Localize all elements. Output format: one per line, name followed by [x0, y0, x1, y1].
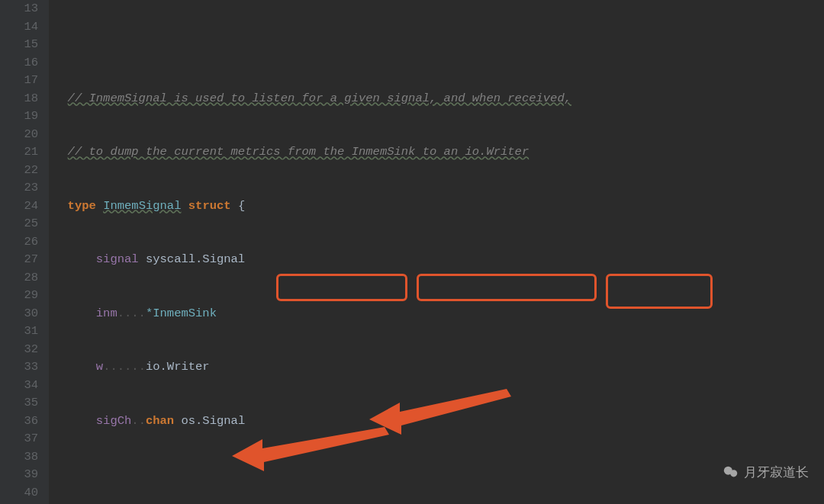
code-line: inm....*InmemSink [53, 305, 824, 323]
line-number: 25 [8, 215, 38, 233]
line-number: 35 [8, 394, 38, 413]
line-number: 16 [8, 54, 38, 72]
code-editor: 1314151617181920212223242526272829303132… [0, 0, 824, 504]
line-number: 24 [8, 197, 38, 216]
line-number: 20 [8, 126, 38, 144]
line-number-gutter: 1314151617181920212223242526272829303132… [0, 0, 49, 504]
line-number: 18 [8, 90, 38, 108]
line-number: 40 [8, 484, 38, 502]
line-number: 14 [8, 18, 38, 37]
line-number: 33 [8, 358, 38, 377]
line-number: 32 [8, 341, 38, 359]
line-number: 22 [8, 162, 38, 180]
line-number: 17 [8, 72, 38, 90]
line-number: 26 [8, 233, 38, 252]
code-line: sigCh..chan os.Signal [53, 413, 824, 431]
watermark-text: 月牙寂道长 [744, 464, 809, 482]
line-number: 27 [8, 251, 38, 269]
highlight-box [606, 274, 713, 309]
line-number: 38 [8, 448, 38, 467]
highlight-box [276, 274, 407, 301]
code-area: // InmemSignal is used to listen for a g… [49, 0, 824, 504]
line-number: 37 [8, 430, 38, 448]
line-number: 36 [8, 413, 38, 431]
line-number: 23 [8, 179, 38, 197]
line-number: 39 [8, 466, 38, 484]
code-line [53, 466, 824, 484]
code-line: // InmemSignal is used to listen for a g… [53, 90, 824, 108]
code-line [53, 36, 824, 54]
line-number: 13 [8, 0, 38, 18]
wechat-icon [723, 464, 739, 480]
line-number: 15 [8, 36, 38, 54]
code-line: // to dump the current metrics from the … [53, 143, 824, 162]
code-line: type InmemSignal struct { [53, 197, 824, 216]
line-number: 30 [8, 305, 38, 323]
highlight-box [417, 274, 597, 301]
line-number: 31 [8, 323, 38, 341]
watermark: 月牙寂道长 [723, 464, 809, 482]
line-number: 34 [8, 377, 38, 395]
code-line: w......io.Writer [53, 358, 824, 377]
line-number: 29 [8, 287, 38, 305]
svg-marker-1 [232, 427, 389, 471]
svg-point-3 [730, 470, 737, 477]
line-number: 28 [8, 269, 38, 287]
code-line: signal syscall.Signal [53, 251, 824, 269]
line-number: 19 [8, 108, 38, 126]
line-number: 21 [8, 143, 38, 162]
